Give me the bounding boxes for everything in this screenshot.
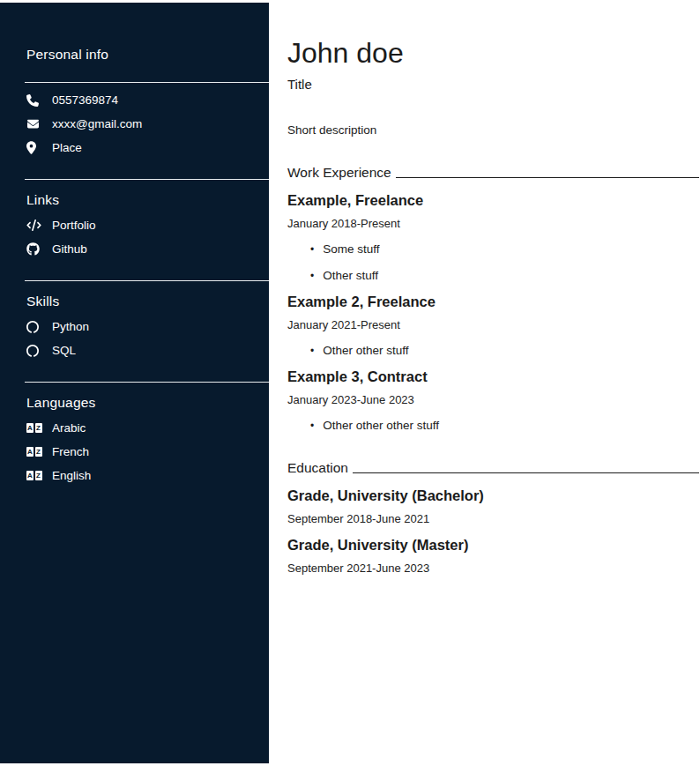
skills-rows: Python SQL bbox=[0, 315, 269, 362]
section-rule-line bbox=[353, 472, 699, 473]
bullet-item: Other stuff bbox=[310, 269, 699, 282]
sidebar: Personal info 0557369874 xxxx@gmail.com … bbox=[0, 3, 269, 763]
personal-info-heading: Personal info bbox=[26, 47, 269, 63]
skill-label: SQL bbox=[52, 344, 76, 357]
link-portfolio[interactable]: Portfolio bbox=[26, 213, 269, 237]
entry-title: Grade, University (Bachelor) bbox=[287, 487, 699, 504]
entry-date: January 2021-Present bbox=[287, 318, 699, 331]
work-entry: Example 2, Freelance January 2021-Presen… bbox=[287, 294, 699, 357]
resume-main: John doe Title Short description Work Ex… bbox=[287, 0, 700, 575]
work-experience-section: Work Experience Example, Freelance Janua… bbox=[287, 165, 699, 432]
sidebar-divider bbox=[25, 82, 269, 83]
bullet-item: Other other other stuff bbox=[310, 419, 699, 432]
entry-date: September 2021-June 2023 bbox=[287, 561, 699, 575]
sidebar-divider bbox=[25, 382, 269, 383]
sidebar-divider bbox=[25, 280, 269, 281]
language-icon: AZ bbox=[26, 471, 44, 480]
education-entry: Grade, University (Master) September 202… bbox=[287, 537, 699, 575]
language-icon: AZ bbox=[26, 447, 44, 457]
work-entry: Example, Freelance January 2018-Present … bbox=[287, 192, 699, 282]
language-label: English bbox=[52, 469, 91, 482]
language-item: AZ Arabic bbox=[26, 416, 269, 440]
section-heading-label: Education bbox=[287, 460, 348, 476]
education-section: Education Grade, University (Bachelor) S… bbox=[287, 460, 699, 575]
bullet-item: Other other stuff bbox=[310, 344, 699, 357]
person-name: John doe bbox=[287, 39, 699, 67]
links-rows: Portfolio Github bbox=[0, 213, 269, 261]
links-heading: Links bbox=[26, 192, 269, 208]
circle-notch-icon bbox=[26, 345, 44, 357]
language-icon: AZ bbox=[26, 423, 44, 433]
circle-notch-icon bbox=[26, 321, 44, 333]
work-experience-heading: Work Experience bbox=[287, 165, 699, 181]
envelope-icon bbox=[26, 118, 44, 130]
entry-date: September 2018-June 2021 bbox=[287, 512, 699, 525]
place-value: Place bbox=[52, 141, 82, 154]
section-rule-line bbox=[396, 177, 699, 178]
personal-info-rows: 0557369874 xxxx@gmail.com Place bbox=[0, 88, 269, 160]
language-item: AZ English bbox=[26, 464, 269, 487]
location-pin-icon bbox=[26, 141, 44, 154]
entry-title: Grade, University (Master) bbox=[287, 537, 699, 554]
skill-item: Python bbox=[26, 315, 269, 338]
language-label: French bbox=[52, 445, 89, 458]
person-title: Title bbox=[287, 77, 699, 92]
skill-item: SQL bbox=[26, 338, 269, 362]
skill-label: Python bbox=[52, 320, 89, 333]
sidebar-divider bbox=[25, 179, 269, 180]
phone-icon bbox=[26, 94, 44, 107]
language-label: Arabic bbox=[52, 421, 86, 435]
skills-heading: Skills bbox=[26, 294, 269, 309]
place-row: Place bbox=[26, 136, 269, 160]
resume-page: Personal info 0557369874 xxxx@gmail.com … bbox=[0, 0, 700, 766]
entry-title: Example, Freelance bbox=[287, 192, 699, 209]
entry-title: Example 2, Freelance bbox=[287, 294, 699, 310]
portfolio-link-label: Portfolio bbox=[52, 219, 96, 232]
entry-bullets: Other other stuff bbox=[287, 344, 699, 357]
entry-title: Example 3, Contract bbox=[287, 368, 699, 385]
entry-bullets: Some stuff Other stuff bbox=[287, 242, 699, 282]
work-entry: Example 3, Contract January 2023-June 20… bbox=[287, 368, 699, 432]
section-heading-label: Work Experience bbox=[287, 165, 391, 181]
bullet-item: Some stuff bbox=[310, 242, 699, 256]
github-link-label: Github bbox=[52, 242, 87, 256]
education-entry: Grade, University (Bachelor) September 2… bbox=[287, 487, 699, 525]
entry-date: January 2023-June 2023 bbox=[287, 393, 699, 406]
github-icon bbox=[26, 242, 44, 256]
link-github[interactable]: Github bbox=[26, 237, 269, 261]
languages-heading: Languages bbox=[26, 395, 269, 411]
email-row: xxxx@gmail.com bbox=[26, 112, 269, 136]
entry-date: January 2018-Present bbox=[287, 217, 699, 230]
phone-value: 0557369874 bbox=[52, 93, 118, 107]
entry-bullets: Other other other stuff bbox=[287, 419, 699, 432]
email-value: xxxx@gmail.com bbox=[52, 117, 142, 130]
language-item: AZ French bbox=[26, 440, 269, 464]
education-heading: Education bbox=[287, 460, 699, 476]
short-description: Short description bbox=[287, 123, 699, 137]
languages-rows: AZ Arabic AZ French AZ English bbox=[0, 416, 269, 487]
code-icon bbox=[26, 219, 44, 231]
phone-row: 0557369874 bbox=[26, 88, 269, 112]
